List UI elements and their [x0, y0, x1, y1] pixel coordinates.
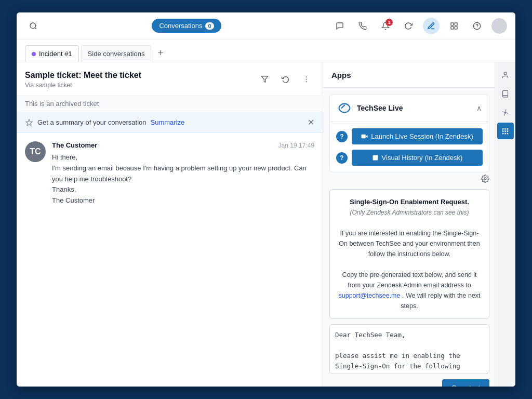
- search-icon: [29, 22, 37, 30]
- top-nav-right: 1: [331, 18, 507, 34]
- sso-subtitle: (Only Zendesk Administrators can see thi…: [337, 208, 482, 218]
- book-icon: [501, 90, 509, 98]
- tab-incident[interactable]: Incident #1: [25, 45, 79, 62]
- history-help-icon[interactable]: ?: [336, 152, 348, 164]
- apps-title: Apps: [331, 71, 351, 79]
- visual-history-row: ? Visual History (In Zendesk): [336, 150, 483, 166]
- message-text: Hi there, I'm sending an email because I…: [52, 152, 314, 206]
- conversations-label: Conversations: [159, 22, 202, 30]
- ticket-info: Sample ticket: Meet the ticket Via sampl…: [25, 71, 141, 89]
- svg-rect-2: [451, 23, 454, 25]
- history-icon: [282, 75, 289, 83]
- more-icon: [302, 75, 310, 83]
- launch-help-icon[interactable]: ?: [336, 131, 348, 142]
- techsee-body: ? Launch Live Session (In Zendesk) ?: [330, 122, 489, 172]
- conversations-badge: 0: [205, 22, 214, 30]
- apps-grid-button[interactable]: [446, 18, 462, 34]
- launch-live-session-button[interactable]: Launch Live Session (In Zendesk): [352, 128, 483, 144]
- message-body: The Customer Jan 19 17:49 Hi there, I'm …: [52, 141, 314, 206]
- more-options-button[interactable]: [298, 71, 314, 87]
- history-button[interactable]: [277, 71, 294, 87]
- svg-rect-20: [502, 130, 504, 132]
- filter-button[interactable]: [256, 71, 273, 87]
- main-window: Conversations 0 1: [17, 12, 515, 387]
- notification-badge: 1: [385, 19, 393, 26]
- notifications-button[interactable]: 1: [377, 18, 394, 34]
- top-nav: Conversations 0 1: [17, 12, 515, 39]
- ticket-header: Sample ticket: Meet the ticket Via sampl…: [17, 62, 323, 96]
- apps-header: Apps: [323, 62, 515, 88]
- avatar[interactable]: [491, 18, 507, 34]
- content-area: Sample ticket: Meet the ticket Via sampl…: [17, 62, 515, 387]
- person-icon: [501, 71, 509, 79]
- archived-banner: This is an archived ticket: [17, 96, 323, 112]
- search-button[interactable]: [25, 18, 42, 34]
- techsee-title-row: TechSee Live: [337, 101, 403, 115]
- grid-icon: [501, 127, 509, 135]
- summarize-close-button[interactable]: ✕: [308, 117, 314, 127]
- ticket-title: Sample ticket: Meet the ticket: [25, 71, 141, 80]
- sso-title: Single-Sign-On Enablement Request.: [337, 197, 482, 208]
- gear-icon: [481, 175, 489, 183]
- image-icon: [372, 154, 379, 161]
- grid-side-button[interactable]: [497, 123, 514, 139]
- svg-point-14: [374, 156, 375, 157]
- ticket-actions: [256, 71, 314, 87]
- chat-button[interactable]: [331, 18, 348, 34]
- compose-icon: [427, 22, 435, 30]
- incident-dot: [32, 52, 36, 56]
- magic-side-button[interactable]: [497, 104, 514, 121]
- tabs-row: Incident #1 Side conversations +: [17, 39, 515, 62]
- techsee-collapse-button[interactable]: ∧: [476, 104, 482, 112]
- conversations-button[interactable]: Conversations 0: [152, 19, 221, 33]
- svg-line-1: [35, 28, 36, 29]
- left-panel: Sample ticket: Meet the ticket Via sampl…: [17, 62, 323, 387]
- video-icon: [361, 133, 368, 140]
- tab-side-conversations[interactable]: Side conversations: [81, 45, 152, 62]
- svg-point-10: [305, 78, 307, 79]
- help-button[interactable]: [469, 18, 485, 34]
- svg-point-11: [305, 81, 307, 82]
- add-tab-button[interactable]: +: [153, 46, 167, 61]
- svg-rect-21: [504, 130, 506, 132]
- svg-rect-17: [502, 128, 504, 129]
- svg-rect-25: [507, 132, 509, 134]
- techsee-header: TechSee Live ∧: [330, 95, 489, 122]
- sso-post-email: . We will reply with the next steps.: [401, 292, 480, 310]
- sparkle-icon: [25, 118, 33, 127]
- book-side-button[interactable]: [497, 85, 514, 102]
- sso-email-link[interactable]: support@techsee.me: [338, 292, 400, 299]
- sso-box: Single-Sign-On Enablement Request. (Only…: [329, 189, 489, 319]
- svg-rect-18: [504, 128, 506, 129]
- svg-rect-4: [451, 26, 454, 29]
- svg-marker-8: [261, 76, 268, 82]
- sso-textarea[interactable]: [330, 325, 489, 371]
- summarize-link[interactable]: Summarize: [151, 118, 185, 126]
- visual-history-button[interactable]: Visual History (In Zendesk): [352, 150, 483, 166]
- svg-rect-24: [504, 132, 506, 134]
- svg-rect-19: [507, 128, 509, 129]
- apps-grid-icon: [450, 22, 458, 30]
- launch-session-row: ? Launch Live Session (In Zendesk): [336, 128, 483, 144]
- techsee-name: TechSee Live: [357, 104, 403, 112]
- top-nav-left: [25, 18, 42, 34]
- gear-area: [329, 172, 489, 187]
- right-panel: Apps TechSee: [323, 62, 515, 387]
- settings-button[interactable]: [481, 175, 489, 185]
- compose-button[interactable]: [423, 18, 440, 34]
- svg-point-16: [504, 72, 507, 74]
- svg-point-0: [30, 23, 36, 29]
- phone-button[interactable]: [354, 18, 371, 34]
- svg-rect-3: [455, 23, 457, 25]
- magic-icon: [501, 109, 509, 116]
- message-item: TC The Customer Jan 19 17:49 Hi there, I…: [25, 141, 314, 206]
- person-side-button[interactable]: [497, 66, 514, 83]
- copy-text-button[interactable]: Copy text: [442, 379, 489, 387]
- filter-icon: [261, 75, 269, 83]
- svg-rect-5: [455, 26, 457, 29]
- svg-rect-12: [362, 135, 366, 139]
- ticket-subtitle: Via sample ticket: [25, 82, 141, 89]
- svg-point-15: [484, 178, 486, 180]
- chat-icon: [336, 22, 344, 30]
- refresh-button[interactable]: [400, 18, 417, 34]
